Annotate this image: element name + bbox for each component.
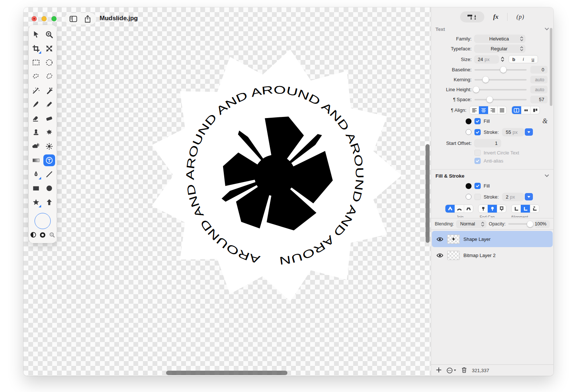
two-column-button[interactable] — [530, 106, 539, 114]
text-tool-button[interactable] — [43, 154, 55, 166]
zoom-window-button[interactable] — [51, 16, 57, 21]
fill-color-well[interactable] — [466, 118, 472, 124]
rectangle-shape-tool-button[interactable] — [30, 182, 42, 194]
stroke-width-field[interactable]: 55 px — [502, 128, 524, 136]
add-layer-button[interactable] — [436, 367, 441, 374]
typeface-dropdown[interactable]: Regular — [474, 45, 525, 53]
family-dropdown[interactable]: Helvetica — [474, 35, 525, 43]
brush-tool-button[interactable] — [30, 99, 42, 110]
align-center-button[interactable] — [479, 106, 488, 114]
stroke-color-well[interactable] — [466, 129, 472, 135]
share-button[interactable] — [82, 14, 93, 24]
eraser-tool-button[interactable] — [43, 113, 55, 124]
ligature-icon[interactable]: & — [542, 117, 548, 125]
lineheight-slider[interactable] — [474, 89, 527, 90]
kerning-slider[interactable] — [474, 79, 527, 81]
gradient-tool-button[interactable] — [30, 154, 42, 166]
lasso-tool-button[interactable] — [30, 71, 42, 82]
opacity-value[interactable]: 100% — [535, 220, 550, 228]
align-right-button[interactable] — [488, 106, 497, 114]
bold-button[interactable]: b — [509, 56, 519, 63]
smudge-tool-button[interactable] — [43, 126, 55, 138]
close-button[interactable] — [32, 16, 37, 21]
baseline-slider[interactable] — [474, 69, 527, 71]
shape-stroke-checkbox[interactable] — [474, 194, 481, 200]
round-join-button[interactable] — [455, 205, 464, 213]
instant-alpha-tool-button[interactable] — [43, 85, 55, 96]
baseline-value[interactable]: 0 — [530, 66, 548, 74]
align-inside-button[interactable] — [512, 205, 521, 213]
resize-tool-button[interactable] — [43, 43, 55, 54]
kerning-value[interactable]: auto — [530, 76, 548, 83]
shape-stroke-width-field[interactable]: 2 px — [502, 193, 524, 201]
square-cap-button[interactable] — [497, 205, 506, 213]
stroke-color-button[interactable] — [40, 232, 46, 239]
dodge-tool-button[interactable] — [30, 140, 42, 152]
shape-stroke-options-button[interactable] — [525, 193, 533, 200]
visibility-eye-icon[interactable] — [436, 253, 444, 258]
tab-effects[interactable]: fx — [493, 13, 498, 21]
stroke-checkbox[interactable] — [474, 129, 481, 135]
size-stepper[interactable] — [501, 56, 504, 62]
fill-stroke-section-header[interactable]: Fill & Stroke — [431, 171, 553, 181]
round-cap-button[interactable] — [488, 205, 497, 213]
polygon-lasso-tool-button[interactable] — [43, 71, 55, 82]
rect-select-tool-button[interactable] — [30, 57, 42, 68]
stroke-options-button[interactable] — [525, 128, 533, 136]
burn-tool-button[interactable] — [43, 140, 55, 152]
pen-tool-button[interactable] — [30, 168, 42, 180]
text-section-header[interactable]: Text — [431, 24, 553, 34]
fill-checkbox[interactable] — [474, 118, 481, 124]
column-gap-button[interactable] — [521, 106, 530, 114]
loupe-button[interactable] — [49, 232, 55, 239]
butt-cap-button[interactable] — [478, 205, 488, 213]
invert-circle-text-checkbox[interactable] — [474, 150, 481, 156]
zoom-tool-button[interactable] — [43, 29, 55, 40]
layer-row-shape[interactable]: Shape Layer — [432, 231, 553, 247]
lineheight-value[interactable]: auto — [530, 86, 548, 93]
shape-fill-color-well[interactable] — [466, 183, 472, 189]
canvas-horizontal-scrollbar[interactable] — [166, 371, 287, 375]
ellipse-select-tool-button[interactable] — [43, 57, 55, 68]
tab-paragraph[interactable]: (p) — [516, 14, 524, 20]
crop-tool-button[interactable] — [30, 43, 42, 54]
inspector-scrollbar[interactable] — [550, 28, 552, 106]
arrow-shape-tool-button[interactable] — [43, 196, 55, 208]
layer-row-bitmap[interactable]: Bitmap Layer 2 — [432, 247, 553, 263]
shape-stroke-color-well[interactable] — [466, 194, 472, 200]
ellipse-shape-tool-button[interactable] — [43, 182, 55, 194]
move-tool-button[interactable] — [30, 29, 42, 40]
miter-join-button[interactable] — [445, 205, 455, 213]
align-left-button[interactable] — [470, 106, 479, 114]
opacity-slider[interactable] — [508, 223, 531, 225]
magic-wand-tool-button[interactable] — [30, 85, 42, 96]
pencil-tool-button[interactable] — [43, 99, 55, 110]
visibility-eye-icon[interactable] — [436, 236, 444, 242]
swap-colors-button[interactable] — [30, 232, 36, 239]
align-justify-button[interactable] — [497, 106, 506, 114]
align-center-stroke-button[interactable] — [521, 205, 530, 213]
bevel-join-button[interactable] — [464, 205, 473, 213]
color-well[interactable] — [35, 213, 51, 229]
sidebar-toggle-button[interactable] — [68, 14, 79, 24]
flood-fill-tool-button[interactable] — [30, 113, 42, 124]
anti-alias-checkbox[interactable] — [474, 158, 481, 164]
shape-fill-checkbox[interactable] — [474, 183, 481, 189]
underline-button[interactable]: u — [528, 56, 538, 63]
space-value[interactable]: 57 — [530, 96, 548, 103]
align-outside-button[interactable] — [530, 205, 539, 213]
tab-tools[interactable] — [460, 11, 484, 22]
minimize-button[interactable] — [42, 16, 47, 21]
layer-options-button[interactable] — [447, 367, 456, 374]
size-field[interactable]: 24 px — [474, 56, 499, 63]
blending-dropdown[interactable]: Normal — [456, 220, 486, 228]
clone-stamp-tool-button[interactable] — [30, 126, 42, 138]
delete-layer-button[interactable] — [462, 367, 467, 374]
italic-button[interactable]: i — [519, 56, 528, 63]
canvas-area[interactable]: AROUND AND AROUND AND AROUND AND AROUND … — [24, 7, 431, 376]
line-tool-button[interactable] — [43, 168, 55, 180]
star-shape-tool-button[interactable] — [30, 196, 42, 208]
space-slider[interactable] — [474, 99, 527, 100]
canvas-vertical-scrollbar[interactable] — [426, 144, 430, 243]
single-column-button[interactable] — [512, 106, 521, 114]
